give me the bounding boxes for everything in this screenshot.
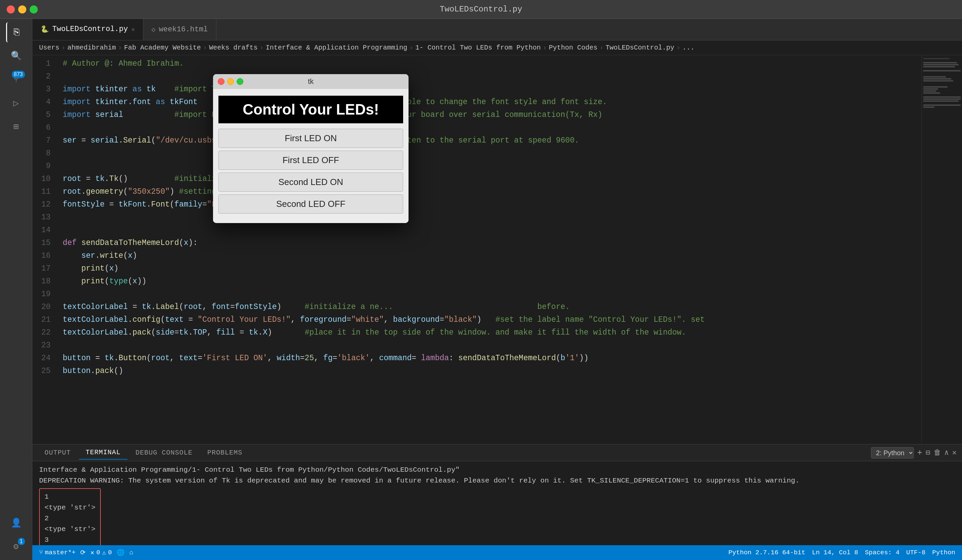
- breadcrumb-ahmedibrahim[interactable]: ahmedibrahim: [68, 44, 116, 52]
- title-bar: TwoLEDsControl.py: [0, 0, 962, 19]
- code-line-7: ser = serial.Serial("/dev/cu.usbserial-F…: [63, 134, 915, 147]
- code-line-22: textColorLabel.pack(side=tk.TOP, fill = …: [63, 326, 915, 339]
- code-line-13: [63, 211, 915, 224]
- tk-minimize-button[interactable]: [227, 78, 234, 85]
- second-led-on-button[interactable]: Second LED ON: [218, 173, 403, 192]
- first-led-off-row: First LED OFF: [218, 151, 403, 170]
- tab-week16[interactable]: ◇ week16.html: [143, 19, 216, 40]
- panel-split-icon[interactable]: ⊟: [926, 448, 930, 457]
- minimap-content: [922, 55, 962, 111]
- error-count[interactable]: ✕ 0 ⚠ 0: [90, 549, 112, 557]
- tk-close-button[interactable]: [218, 78, 224, 85]
- python-version[interactable]: Python 2.7.16 64-bit: [728, 549, 805, 556]
- panel-tabs: OUTPUT TERMINAL DEBUG CONSOLE PROBLEMS 2…: [32, 444, 962, 461]
- breadcrumb-controlleds[interactable]: 1- Control Two LEDs from Python: [415, 44, 541, 52]
- panel-tab-problems[interactable]: PROBLEMS: [200, 446, 249, 459]
- tk-body: Control Your LEDs! First LED ON First LE…: [213, 89, 408, 223]
- code-editor[interactable]: 12345 678910 1112131415 1617181920 21222…: [32, 55, 922, 444]
- sidebar-item-extensions[interactable]: ⊞: [6, 116, 26, 137]
- sidebar-item-account[interactable]: 👤: [6, 513, 26, 533]
- terminal-line-3: 3: [45, 535, 95, 545]
- first-led-off-button[interactable]: First LED OFF: [218, 151, 403, 170]
- code-line-23: [63, 339, 915, 352]
- sidebar-item-source-control[interactable]: ⑂ 873: [6, 69, 26, 90]
- code-line-16: ser.write(x): [63, 249, 915, 262]
- tk-window-title: tk: [308, 77, 313, 86]
- breadcrumb-pythoncodes[interactable]: Python Codes: [549, 44, 597, 52]
- sidebar-item-search[interactable]: 🔍: [6, 46, 26, 66]
- panel-tab-terminal[interactable]: TERMINAL: [79, 446, 128, 460]
- second-led-off-button[interactable]: Second LED OFF: [218, 194, 403, 214]
- panel-collapse-up-icon[interactable]: ∧: [944, 448, 949, 457]
- status-bar: ⑂ master*+ ⟳ ✕ 0 ⚠ 0 🌐 ⌂: [32, 545, 962, 560]
- panel-add-icon[interactable]: +: [917, 448, 923, 458]
- search-icon: 🔍: [11, 50, 22, 61]
- code-line-24: button = tk.Button(root, text='First LED…: [63, 352, 915, 365]
- sidebar-item-debug[interactable]: ▷: [6, 93, 26, 113]
- minimap: [922, 55, 962, 444]
- line-numbers: 12345 678910 1112131415 1617181920 21222…: [32, 55, 56, 444]
- panel-tab-debug[interactable]: DEBUG CONSOLE: [129, 446, 199, 459]
- panel-tab-output[interactable]: OUTPUT: [38, 446, 77, 459]
- remote-explorer-status[interactable]: 🌐: [117, 549, 125, 557]
- code-line-14: [63, 224, 915, 237]
- home-icon: ⌂: [129, 549, 133, 556]
- code-line-21: textColorLabel.config(text = "Control Yo…: [63, 313, 915, 326]
- terminal-line-1: 1: [45, 492, 95, 502]
- terminal-output-box: 1 <type 'str'> 2 <type 'str'> 3 <type 's…: [39, 488, 101, 545]
- tab-label-week16: week16.html: [159, 25, 208, 34]
- language-mode[interactable]: Python: [932, 549, 955, 556]
- code-line-19: [63, 288, 915, 300]
- git-branch[interactable]: ⑂ master*+: [39, 549, 76, 556]
- breadcrumb-interface[interactable]: Interface & Application Programming: [266, 44, 407, 52]
- panel-close-icon[interactable]: ✕: [952, 448, 957, 457]
- sync-icon: ⟳: [80, 549, 86, 557]
- sidebar-item-explorer[interactable]: ⎘: [6, 22, 26, 42]
- tk-titlebar: tk: [213, 74, 408, 89]
- maximize-button[interactable]: [30, 5, 38, 13]
- breadcrumb-weeksdrafts[interactable]: Weeks drafts: [209, 44, 258, 52]
- debug-icon: ▷: [13, 97, 19, 109]
- breadcrumb-users[interactable]: Users: [39, 44, 59, 52]
- code-line-1: # Author @: Ahmed Ibrahim.: [63, 57, 915, 70]
- panel-trash-icon[interactable]: 🗑: [934, 448, 941, 457]
- terminal-warning: DEPRECATION WARNING: The system version …: [39, 475, 955, 486]
- code-line-4: import tkinter.font as tkFont #import th…: [63, 96, 915, 108]
- code-line-2: [63, 70, 915, 83]
- code-line-18: print(type(x)): [63, 275, 915, 288]
- spaces[interactable]: Spaces: 4: [865, 549, 900, 556]
- tab-close-twoled[interactable]: ✕: [131, 26, 135, 33]
- code-line-11: root.geometry("350x250") #setting the wi…: [63, 185, 915, 198]
- first-led-on-button[interactable]: First LED ON: [218, 129, 403, 148]
- code-line-8: [63, 147, 915, 160]
- terminal-line-type1: <type 'str'>: [45, 502, 95, 513]
- encoding[interactable]: UTF-8: [906, 549, 926, 556]
- cursor-position[interactable]: Ln 14, Col 8: [812, 549, 858, 556]
- tab-twoledcontrol[interactable]: 🐍 TwoLEDsControl.py ✕: [32, 19, 143, 40]
- home-icon-status[interactable]: ⌂: [129, 549, 133, 556]
- tk-heading: Control Your LEDs!: [218, 96, 403, 123]
- minimize-button[interactable]: [18, 5, 26, 13]
- code-line-20: textColorLabel = tk.Label(root, font=fon…: [63, 300, 915, 313]
- breadcrumb-filename[interactable]: TwoLEDsControl.py: [605, 44, 674, 52]
- app-layout: ⎘ 🔍 ⑂ 873 ▷ ⊞ 👤 ⚙ 1 🐍 TwoLEDsContro: [0, 19, 962, 560]
- terminal-line-2: 2: [45, 513, 95, 524]
- breadcrumb: Users › ahmedibrahim › Fab Academy Websi…: [32, 40, 962, 55]
- activity-bar: ⎘ 🔍 ⑂ 873 ▷ ⊞ 👤 ⚙ 1: [0, 19, 32, 560]
- remote-icon: 🌐: [117, 549, 125, 557]
- no-sync[interactable]: ⟳: [80, 549, 86, 557]
- source-control-badge: 873: [12, 71, 25, 78]
- breadcrumb-ellipsis[interactable]: ...: [682, 44, 694, 52]
- code-content[interactable]: # Author @: Ahmed Ibrahim. import tkinte…: [56, 55, 922, 444]
- first-led-on-row: First LED ON: [218, 129, 403, 148]
- tk-maximize-button[interactable]: [237, 78, 244, 85]
- breadcrumb-fabacademy[interactable]: Fab Academy Website: [124, 44, 201, 52]
- terminal-content[interactable]: Interface & Application Programming/1- C…: [32, 461, 962, 545]
- tk-window: tk Control Your LEDs! First LED ON First…: [213, 74, 408, 223]
- close-button[interactable]: [7, 5, 15, 13]
- python-selector[interactable]: 2: Python: [871, 447, 914, 458]
- status-right: Python 2.7.16 64-bit Ln 14, Col 8 Spaces…: [728, 549, 955, 556]
- sidebar-item-settings[interactable]: ⚙ 1: [6, 536, 26, 557]
- explorer-icon: ⎘: [14, 27, 19, 38]
- code-line-5: import serial #import PySerial Library t…: [63, 108, 915, 121]
